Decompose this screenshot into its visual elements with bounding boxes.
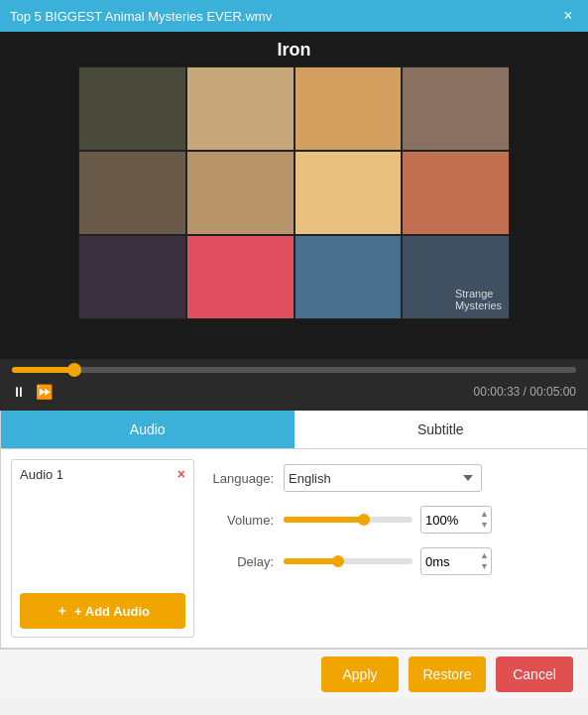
- grid-cell: [294, 235, 403, 319]
- language-select[interactable]: English French German Spanish Japanese: [284, 464, 482, 492]
- audio-track-label: Audio 1: [20, 467, 63, 482]
- progress-track[interactable]: [12, 367, 576, 373]
- language-row: Language: English French German Spanish …: [209, 464, 577, 492]
- volume-slider-thumb[interactable]: [358, 514, 370, 526]
- close-button[interactable]: ×: [558, 6, 578, 26]
- volume-slider-track[interactable]: [284, 517, 412, 523]
- tab-subtitle-label: Subtitle: [417, 421, 464, 437]
- volume-label: Volume:: [209, 513, 274, 528]
- effect-title: Iron: [278, 32, 311, 66]
- restore-button[interactable]: Restore: [409, 656, 486, 692]
- delay-row: Delay: ▲ ▼: [209, 547, 577, 575]
- delay-spinbox-arrows: ▲ ▼: [480, 550, 489, 572]
- fast-forward-button[interactable]: ⏩: [36, 384, 53, 400]
- add-audio-button[interactable]: ＋ + Add Audio: [20, 593, 185, 629]
- current-time: 00:00:33: [474, 385, 521, 399]
- tabs-container: Audio Subtitle Audio 1 × ＋ + Add Audio L…: [0, 411, 588, 649]
- volume-decrement-button[interactable]: ▼: [480, 520, 489, 531]
- bottom-bar: Apply Restore Cancel: [0, 649, 588, 698]
- controls-bar: ⏸ ⏩ 00:00:33 / 00:05:00: [0, 373, 588, 411]
- grid-cell: [78, 66, 186, 151]
- volume-input[interactable]: [425, 513, 487, 528]
- apply-button[interactable]: Apply: [321, 656, 399, 692]
- volume-control: ▲ ▼: [284, 506, 577, 534]
- volume-spinbox[interactable]: ▲ ▼: [420, 506, 492, 534]
- volume-slider-fill: [284, 517, 364, 523]
- grid-cell: [402, 151, 510, 235]
- language-label: Language:: [209, 471, 274, 486]
- video-grid: [78, 66, 510, 319]
- audio-track-item: Audio 1 ×: [12, 460, 193, 488]
- delay-slider-thumb[interactable]: [332, 555, 344, 567]
- grid-cell: [294, 66, 403, 151]
- total-time: 00:05:00: [529, 385, 576, 399]
- add-audio-icon: ＋: [56, 602, 68, 620]
- delay-spinbox[interactable]: ▲ ▼: [420, 547, 492, 575]
- tabs-header: Audio Subtitle: [1, 411, 587, 449]
- video-watermark: StrangeMysteries: [455, 288, 502, 311]
- audio-settings-panel: Language: English French German Spanish …: [209, 459, 577, 638]
- video-thumbnail: StrangeMysteries: [78, 66, 510, 319]
- progress-section[interactable]: [0, 359, 588, 373]
- grid-cell: [78, 151, 186, 235]
- controls-left: ⏸ ⏩: [12, 384, 53, 400]
- grid-cell: [294, 151, 403, 235]
- window-title: Top 5 BIGGEST Animal Mysteries EVER.wmv: [10, 9, 272, 24]
- delay-slider-track[interactable]: [284, 558, 412, 564]
- progress-thumb[interactable]: [67, 363, 81, 377]
- delay-input[interactable]: [425, 554, 487, 569]
- tab-audio-label: Audio: [130, 421, 166, 437]
- grid-cell: [186, 235, 294, 319]
- audio-list-spacer: [12, 488, 193, 585]
- volume-increment-button[interactable]: ▲: [480, 509, 489, 520]
- delay-decrement-button[interactable]: ▼: [480, 561, 489, 572]
- grid-cell: [402, 66, 510, 151]
- grid-cell: [186, 151, 294, 235]
- volume-spinbox-arrows: ▲ ▼: [480, 509, 489, 531]
- delay-slider-fill: [284, 558, 338, 564]
- delay-control: ▲ ▼: [284, 547, 577, 575]
- audio-list-panel: Audio 1 × ＋ + Add Audio: [11, 459, 194, 638]
- pause-button[interactable]: ⏸: [12, 384, 26, 400]
- add-audio-label: + Add Audio: [74, 604, 150, 619]
- tab-content-audio: Audio 1 × ＋ + Add Audio Language: Englis…: [1, 449, 587, 648]
- grid-cell: [78, 235, 186, 319]
- tab-subtitle[interactable]: Subtitle: [294, 411, 588, 448]
- delay-label: Delay:: [209, 554, 274, 569]
- audio-remove-button[interactable]: ×: [177, 466, 185, 482]
- volume-row: Volume: ▲ ▼: [209, 506, 577, 534]
- title-bar: Top 5 BIGGEST Animal Mysteries EVER.wmv …: [0, 0, 588, 32]
- cancel-button[interactable]: Cancel: [496, 656, 573, 692]
- video-container: Iron StrangeMysteries: [0, 32, 588, 359]
- progress-fill: [12, 367, 74, 373]
- time-display: 00:00:33 / 00:05:00: [474, 385, 576, 399]
- grid-cell: [186, 66, 294, 151]
- language-control: English French German Spanish Japanese: [284, 464, 577, 492]
- tab-audio[interactable]: Audio: [1, 411, 294, 448]
- delay-increment-button[interactable]: ▲: [480, 550, 489, 561]
